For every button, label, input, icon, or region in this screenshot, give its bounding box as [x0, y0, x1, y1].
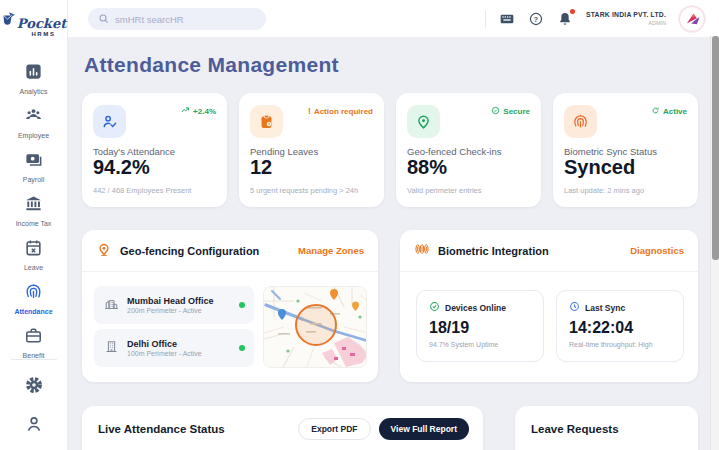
zone-detail: 200m Perimeter - Active [127, 307, 214, 314]
notifications-bell-icon[interactable] [557, 11, 573, 27]
panel-title: Biometric Integration [438, 245, 549, 257]
sidebar-item-employee[interactable]: Employee [2, 106, 66, 139]
trend-up-icon [181, 106, 190, 117]
company-selector[interactable]: STARK INDIA PVT. LTD. ADMIN [586, 11, 666, 26]
company-role: ADMIN [586, 20, 666, 27]
people-icon [24, 106, 43, 129]
card-biometric-sync: Active Biometric Sync Status Synced Last… [553, 93, 698, 207]
geofencing-panel-header: Geo-fencing Configuration Manage Zones [82, 230, 378, 272]
card-pending-leaves: ! Action required Pending Leaves 12 5 ur… [239, 93, 384, 207]
live-attendance-panel: Live Attendance Status Export PDF View F… [82, 406, 483, 450]
fingerprint-icon [564, 105, 597, 138]
metric-label: Devices Online [445, 303, 506, 313]
clipboard-icon [250, 105, 283, 138]
sidebar-bottom [0, 359, 67, 438]
zone-row-mumbai[interactable]: Mumbai Head Office 200m Perimeter - Acti… [94, 286, 254, 324]
card-geofenced-checkins: Secure Geo-fenced Check-ins 88% Valid pe… [396, 93, 541, 207]
svg-text:?: ? [534, 16, 538, 23]
biometric-panel: Biometric Integration Diagnostics Device… [400, 230, 698, 382]
user-check-icon [93, 105, 126, 138]
app-logo[interactable]: Pocket HRMS [6, 7, 62, 52]
company-name: STARK INDIA PVT. LTD. [586, 11, 666, 19]
gear-icon [24, 381, 44, 398]
active-badge: Active [651, 106, 687, 117]
settings-button[interactable] [24, 375, 44, 399]
alert-icon: ! [308, 106, 311, 116]
building-icon [104, 339, 119, 358]
live-attendance-title: Live Attendance Status [98, 423, 225, 435]
manage-zones-link[interactable]: Manage Zones [298, 245, 364, 256]
stat-subtext: 5 urgent requests pending > 24h [250, 186, 358, 195]
zone-status-dot [239, 345, 245, 351]
sidebar-divider [11, 359, 57, 360]
sidebar-item-benefit[interactable]: Benefit [2, 326, 66, 359]
zone-status-dot [239, 302, 245, 308]
briefcase-icon [24, 326, 43, 349]
metric-value: 18/19 [429, 319, 531, 337]
metric-value: 14:22:04 [569, 319, 671, 337]
geofence-map-preview[interactable] [263, 286, 367, 368]
sidebar-item-income-tax[interactable]: Income Tax [2, 194, 66, 227]
diagnostics-link[interactable]: Diagnostics [630, 245, 684, 256]
metric-devices-online: Devices Online 18/19 94.7% System Uptime [416, 290, 544, 362]
sidebar-item-payroll[interactable]: Payroll [2, 150, 66, 183]
pocket-icon [1, 10, 16, 31]
leave-requests-title: Leave Requests [515, 406, 698, 435]
bank-icon [24, 194, 43, 217]
notification-badge-dot [570, 9, 575, 14]
check-circle-icon [429, 301, 440, 314]
sidebar: Pocket HRMS Analytics Employee Payroll [0, 0, 68, 450]
zone-list: Mumbai Head Office 200m Perimeter - Acti… [94, 286, 254, 367]
stat-subtext: Last update: 2 mins ago [564, 186, 644, 195]
sidebar-item-analytics[interactable]: Analytics [2, 62, 66, 95]
zone-detail: 100m Perimeter - Active [127, 350, 202, 357]
zone-name: Delhi Office [127, 339, 202, 349]
biometric-scan-icon [414, 241, 430, 261]
metric-label: Last Sync [585, 303, 625, 313]
action-required-badge: ! Action required [308, 106, 373, 116]
scrollbar-track[interactable] [710, 36, 719, 450]
stat-subtext: Valid perimeter entries [407, 186, 481, 195]
geofencing-panel: Geo-fencing Configuration Manage Zones M… [82, 230, 378, 382]
stat-value: 88% [407, 156, 447, 179]
search-bar[interactable] [88, 8, 266, 30]
bar-chart-icon [24, 62, 43, 85]
clock-icon [569, 301, 580, 314]
leave-requests-panel: Leave Requests [515, 406, 698, 450]
zone-row-delhi[interactable]: Delhi Office 100m Perimeter - Active [94, 329, 254, 367]
logo-wordmark: Pocket [17, 16, 66, 31]
zone-name: Mumbai Head Office [127, 296, 214, 306]
stat-value: 12 [250, 156, 272, 179]
sidebar-item-attendance[interactable]: Attendance [2, 282, 66, 315]
map-pin-icon [407, 105, 440, 138]
user-icon [24, 420, 44, 437]
stat-cards-row: +2.4% Today's Attendance 94.2% 442 / 468… [82, 93, 698, 207]
profile-button[interactable] [24, 414, 44, 438]
scrollbar-thumb[interactable] [712, 36, 719, 260]
search-icon [98, 10, 109, 28]
stat-value: 94.2% [93, 156, 150, 179]
fingerprint-icon [24, 282, 43, 305]
avatar[interactable] [679, 6, 705, 32]
metric-last-sync: Last Sync 14:22:04 Real-time throughput:… [556, 290, 684, 362]
stat-value: Synced [564, 156, 635, 179]
trend-badge: +2.4% [181, 106, 216, 117]
calendar-x-icon [24, 238, 43, 261]
map-pin-icon [96, 241, 112, 261]
page-title: Attendance Management [84, 53, 339, 77]
help-icon[interactable]: ? [528, 11, 544, 27]
logo-sub-wordmark: HRMS [6, 31, 56, 37]
sidebar-item-leave[interactable]: Leave [2, 238, 66, 271]
view-full-report-button[interactable]: View Full Report [379, 418, 469, 440]
card-todays-attendance: +2.4% Today's Attendance 94.2% 442 / 468… [82, 93, 227, 207]
panel-title: Geo-fencing Configuration [120, 245, 259, 257]
biometric-panel-header: Biometric Integration Diagnostics [400, 230, 698, 272]
export-pdf-button[interactable]: Export PDF [298, 418, 370, 440]
check-circle-icon [491, 106, 500, 117]
search-input[interactable] [115, 14, 256, 25]
header-divider [485, 10, 486, 28]
sidebar-nav: Analytics Employee Payroll Income Tax Le… [2, 62, 66, 359]
top-header: ? STARK INDIA PVT. LTD. ADMIN [68, 0, 719, 38]
city-buildings-icon [104, 296, 119, 315]
keyboard-icon[interactable] [499, 11, 515, 27]
